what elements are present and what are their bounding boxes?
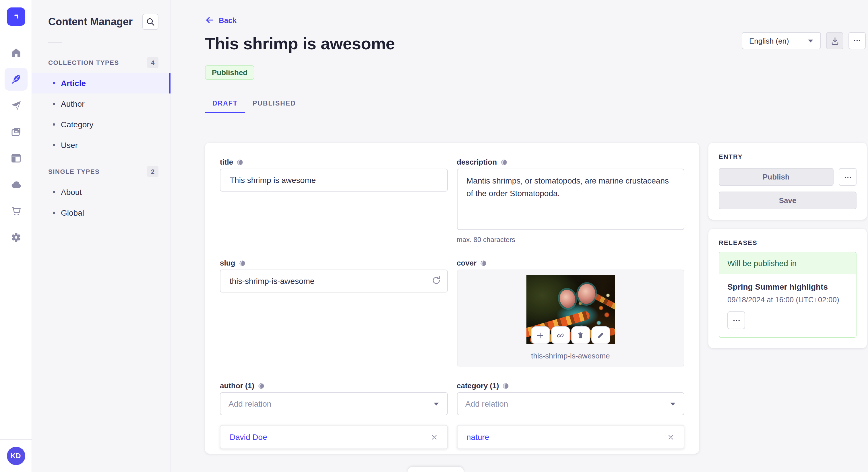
release-more-button[interactable] [727, 311, 745, 329]
entry-more-button[interactable] [839, 168, 857, 186]
images-icon [10, 126, 22, 138]
nav-marketplace-button[interactable] [4, 200, 27, 223]
field-description: description Mantis shrimps, or stomatopo… [457, 158, 684, 244]
category-relation-item: nature [457, 425, 684, 449]
slug-field-label: slug [220, 259, 235, 267]
title-field-label: title [220, 158, 233, 166]
bullet-icon [53, 191, 55, 193]
author-relation-link[interactable]: David Doe [229, 432, 267, 442]
trash-icon [577, 331, 585, 339]
sidebar-item-category[interactable]: Category [32, 114, 170, 135]
nav-releases-button[interactable] [4, 94, 27, 117]
globe-icon [237, 159, 243, 165]
nav-content-manager-button[interactable] [4, 68, 27, 91]
slug-input[interactable] [220, 270, 447, 293]
main-nav-rail: KD [0, 0, 32, 472]
cloud-icon [10, 179, 22, 191]
globe-icon [500, 159, 507, 165]
bullet-icon [53, 144, 55, 146]
sidebar-item-about[interactable]: About [32, 182, 170, 202]
nav-cloud-button[interactable] [4, 173, 27, 196]
ellipsis-icon [732, 316, 741, 325]
author-field-label: author (1) [220, 381, 254, 390]
regenerate-slug-button[interactable] [431, 275, 441, 285]
globe-icon [502, 382, 509, 389]
field-cover: cover [457, 259, 684, 367]
release-status-text: Will be published in [719, 252, 856, 274]
sidebar-item-article[interactable]: Article [32, 73, 170, 94]
side-panel: ENTRY Publish Save RELEASES Wil [708, 143, 867, 453]
category-relation-select[interactable]: Add relation [457, 392, 684, 415]
sidebar-divider [48, 42, 62, 43]
chevron-down-icon [808, 39, 813, 43]
field-category: category (1) Add relation nature [457, 381, 684, 449]
nav-home-button[interactable] [4, 41, 27, 64]
release-date: 09/18/2024 at 16:00 (UTC+02:00) [727, 295, 848, 304]
release-item: Will be published in Spring Summer highl… [719, 252, 857, 338]
rail-divider [0, 33, 32, 33]
paper-plane-icon [10, 100, 22, 111]
author-relation-item: David Doe [220, 425, 447, 449]
description-field-label: description [457, 158, 497, 166]
release-title: Spring Summer highlights [727, 282, 848, 291]
sidebar-item-label: Category [61, 120, 94, 129]
tab-published[interactable]: PUBLISHED [245, 100, 303, 113]
nav-media-library-button[interactable] [4, 121, 27, 143]
sidebar-item-global[interactable]: Global [32, 202, 170, 223]
bullet-icon [53, 103, 55, 105]
save-button[interactable]: Save [719, 192, 857, 209]
category-field-label: category (1) [457, 381, 499, 390]
sidebar-item-label: Author [61, 99, 85, 108]
layout-icon [10, 153, 22, 164]
chevron-down-icon [670, 402, 676, 406]
ellipsis-icon [852, 36, 862, 45]
refresh-icon [431, 275, 441, 285]
delete-media-button[interactable] [571, 326, 590, 344]
tab-draft[interactable]: DRAFT [205, 100, 245, 113]
description-helper-text: max. 80 characters [457, 236, 684, 244]
entry-form-card: title description [205, 143, 699, 453]
download-icon [830, 36, 840, 45]
sidebar-item-label: About [61, 188, 82, 197]
copy-link-button[interactable] [551, 326, 570, 344]
back-link[interactable]: Back [205, 0, 237, 25]
remove-author-relation-button[interactable] [430, 433, 438, 441]
description-textarea[interactable]: Mantis shrimps, or stomatopods, are mari… [457, 169, 684, 230]
publish-button[interactable]: Publish [719, 168, 834, 186]
close-icon [430, 433, 438, 441]
strapi-logo-mark [11, 11, 21, 22]
link-icon [557, 331, 565, 339]
download-button[interactable] [826, 32, 843, 49]
locale-select[interactable]: English (en) [742, 32, 821, 49]
add-media-button[interactable] [531, 326, 550, 344]
collection-types-count-badge: 4 [147, 57, 158, 68]
title-input[interactable] [220, 169, 447, 192]
shopping-cart-icon [10, 205, 22, 217]
cover-field-label: cover [457, 259, 476, 267]
collection-types-section: COLLECTION TYPES 4 Article Author Catego… [32, 57, 170, 156]
remove-category-relation-button[interactable] [667, 433, 675, 441]
more-actions-button[interactable] [848, 32, 866, 49]
status-badge: Published [205, 65, 254, 80]
next-card-peek [408, 467, 464, 472]
bullet-icon [53, 82, 55, 84]
sidebar-item-label: User [61, 140, 78, 150]
feather-icon [10, 73, 22, 85]
search-button[interactable] [143, 14, 158, 30]
author-relation-select[interactable]: Add relation [220, 392, 447, 415]
edit-media-button[interactable] [591, 326, 610, 344]
sidebar-item-user[interactable]: User [32, 135, 170, 156]
globe-icon [239, 260, 245, 266]
nav-settings-button[interactable] [4, 226, 27, 249]
category-relation-link[interactable]: nature [466, 432, 489, 442]
nav-content-type-builder-button[interactable] [4, 147, 27, 170]
globe-icon [258, 382, 265, 389]
app-window: KD Content Manager COLLECTION TYPES 4 Ar… [0, 0, 868, 472]
strapi-logo[interactable] [7, 7, 25, 26]
entry-panel: ENTRY Publish Save [708, 143, 867, 220]
arrow-left-icon [205, 15, 214, 25]
author-select-placeholder: Add relation [228, 399, 271, 408]
sidebar-item-author[interactable]: Author [32, 94, 170, 114]
back-label: Back [219, 16, 237, 24]
user-avatar[interactable]: KD [7, 447, 25, 465]
